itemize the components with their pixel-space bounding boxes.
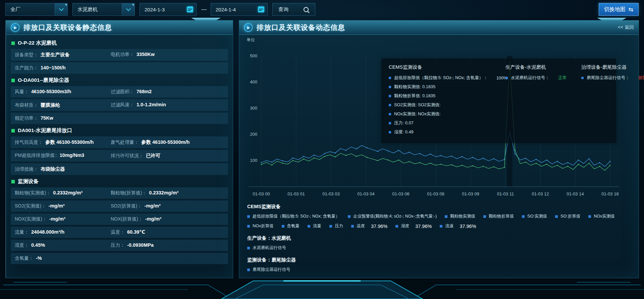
field-label: PM超低排排放限值:: (15, 153, 57, 159)
field-value: -mg/m³ (49, 216, 65, 222)
chevron-down-icon (55, 3, 67, 15)
legend-item[interactable]: NOx折算值 (247, 223, 274, 229)
section-header: DA001-水泥磨尾排放口 (11, 127, 227, 134)
info-cell: 湿度：0.45% (15, 242, 111, 248)
svg-text:200: 200 (250, 132, 257, 137)
legend-label: 压力 (335, 223, 343, 229)
info-row: 治理措施：布袋除尘器 (11, 163, 228, 175)
info-cell: 颗粒物(实测值)：0.2332mg/m³ (15, 190, 111, 196)
blue-square-icon (389, 122, 391, 124)
legend-item[interactable]: 温度37.96% (351, 223, 387, 229)
date-to-input[interactable]: 2024-1-4 (211, 3, 268, 16)
tooltip-item-text: 颗粒物实测值: 0.1835 (394, 84, 435, 90)
legend-item[interactable]: 颗粒物实测值 (445, 214, 475, 219)
tooltip-column: 治理设备-磨尾除尘器磨尾除尘器运行信号：故障 (581, 64, 644, 138)
tooltip-item-text: 压力: 0.07 (394, 120, 414, 126)
field-label: 颗粒物(实测值)： (15, 190, 51, 196)
legend-value: 37.96% (415, 224, 432, 229)
legend-prod-title: 生产设备：水泥磨机 (247, 235, 631, 241)
legend-value: 37.96% (371, 224, 387, 229)
info-row: 设备类型：主要生产设备电机功率：3350Kw (11, 49, 228, 61)
svg-text:01-03 09: 01-03 09 (462, 191, 479, 196)
legend-label: 流速 (445, 223, 453, 229)
date-from-input[interactable]: 2024-1-3 (140, 3, 197, 16)
legend-square-icon (247, 247, 250, 249)
green-square-icon (11, 42, 15, 45)
svg-text:01-03 16: 01-03 16 (601, 191, 619, 196)
info-cell: 生产能力：140~150t/h (15, 65, 111, 71)
svg-text:01-03 08: 01-03 08 (427, 191, 444, 196)
info-cell: 温度：60.39℃ (111, 229, 224, 235)
legend-item[interactable]: SO:实测值 (522, 214, 547, 219)
field-value: 3350Kw (137, 52, 155, 57)
tooltip-item-text: 超低排放限值（颗拉物:5: SOz-; NOx; 含氧量）： (394, 75, 488, 81)
switch-map-label: 切换地图 (604, 6, 626, 13)
info-row: 风量：46100-55300m3/h过滤面积：768m2 (11, 86, 228, 98)
device-select-value: 水泥磨机 (77, 6, 98, 13)
field-label: 压力： (111, 242, 125, 248)
legend-square-icon (247, 215, 250, 218)
tooltip-column-title: CEMS监测设备 (389, 64, 495, 70)
legend-row-1: 超低排放限值（颗拉物:5: SOz-; NOx; 含氧量）企业预警值(颗粒物:4… (247, 214, 631, 219)
tooltip-item: 颗粒物实测值: 0.1835 (389, 84, 495, 90)
legend-cems-title: CEMS监测设备 (247, 203, 631, 210)
info-cell: 风量：46100-55300m3/h (15, 89, 111, 95)
legend-square-icon (483, 215, 486, 218)
legend-item[interactable]: 超低排放限值（颗拉物:5: SOz-; NOx; 含氧量） (247, 214, 340, 219)
info-cell: 颗粒物(折算值)：0.2332mg/m³ (111, 190, 224, 196)
tooltip-column-title: 治理设备-磨尾除尘器 (581, 64, 644, 70)
field-label: 含氧量： (15, 255, 34, 261)
static-panel-header: ▶ 排放口及关联设备静态信息 (6, 20, 233, 35)
info-row: 湿度：0.45%压力：-0.0930MPa (11, 240, 228, 251)
plant-select[interactable]: 全厂 (5, 3, 68, 16)
info-cell: 过滤面积：768m2 (111, 89, 224, 95)
calendar-icon (187, 6, 193, 12)
field-value: 0.45% (31, 242, 45, 248)
back-link[interactable]: << 返回 (618, 24, 634, 31)
legend-item[interactable]: 流量 (308, 223, 321, 229)
dynamic-info-panel: ▶ 排放口及关联设备动态信息 << 返回 单位 01-03 0001-03 01… (239, 20, 639, 278)
legend-item[interactable]: 企业预警值(颗粒物:4; sOz-; NOx-;含氧气量:-) (348, 214, 437, 219)
info-row: 颗粒物(实测值)：0.2332mg/m³颗粒物(折算值)：0.2332mg/m³ (11, 187, 228, 199)
swap-arrows-icon: ⇆ (629, 7, 633, 12)
device-select[interactable]: 水泥磨机 (72, 3, 135, 16)
calendar-icon (258, 6, 264, 12)
legend-item[interactable]: 颗粒物折算值 (483, 214, 514, 219)
legend-square-icon (445, 215, 447, 218)
legend-item[interactable]: 磨尾除尘器运行信号 (247, 267, 290, 273)
green-square-icon (11, 79, 15, 82)
legend-label: 企业预警值(颗粒物:4; sOz-; NOx-;含氧气量:-) (353, 214, 437, 219)
field-value: 768m2 (137, 89, 152, 94)
legend-item[interactable]: 流速37.96% (440, 223, 476, 229)
svg-text:01-03 00: 01-03 00 (253, 191, 270, 196)
legend-monitor-title: 监测设备：磨尾除尘器 (247, 257, 631, 263)
legend-label: NOx折算值 (253, 223, 274, 229)
legend-item[interactable]: NOx实测值 (588, 214, 615, 219)
legend-label: 含氧量 (287, 223, 300, 229)
tooltip-item-text: SO2实测值: SO2实测值: (394, 102, 441, 108)
switch-map-button[interactable]: 切换地图 ⇆ (599, 3, 639, 16)
info-cell: SO2(实测值)：-mg/m³ (15, 203, 111, 209)
info-cell: 设备类型：主要生产设备 (15, 52, 111, 58)
tooltip-item: 水泥磨机运行信号：正常 (505, 75, 571, 81)
field-value: 0.2332mg/m³ (149, 190, 178, 195)
field-value: 60.39℃ (127, 229, 145, 235)
static-panel-title: 排放口及关联设备静态信息 (23, 23, 112, 32)
chart-tooltip: CEMS监测设备超低排放限值（颗拉物:5: SOz-; NOx; 含氧量）：10… (381, 59, 616, 143)
legend-item[interactable]: 水泥磨机运行信号 (247, 245, 286, 251)
field-value: 24048.000m³/h (31, 229, 64, 235)
chevron-down-icon (122, 3, 135, 15)
tooltip-item-text: 颗粒物折算值: 0.1835 (394, 93, 435, 99)
svg-text:500: 500 (250, 53, 257, 58)
query-button[interactable]: 查询 (272, 3, 315, 16)
svg-text:300: 300 (250, 106, 257, 111)
tooltip-column: CEMS监测设备超低排放限值（颗拉物:5: SOz-; NOx; 含氧量）：10… (389, 64, 495, 138)
legend-item[interactable]: 湿度37.96% (395, 223, 432, 229)
info-cell: 排污许可状况：已许可 (111, 153, 224, 159)
field-label: 过滤面积： (111, 89, 134, 95)
field-label: 电机功率： (111, 52, 134, 58)
legend-item[interactable]: SO:折算值 (555, 214, 580, 219)
query-button-label: 查询 (278, 6, 288, 13)
legend-item[interactable]: 含氧量 (282, 223, 300, 229)
legend-item[interactable]: 压力 (329, 223, 343, 229)
